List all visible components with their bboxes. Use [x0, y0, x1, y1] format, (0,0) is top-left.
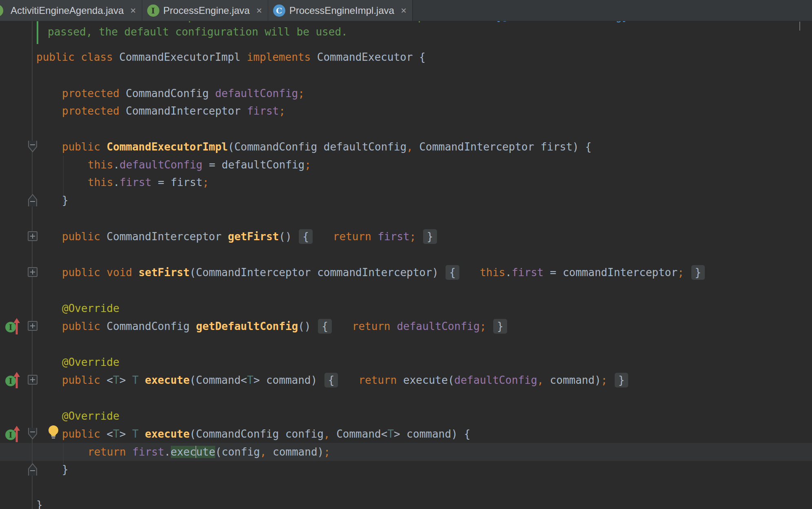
code-line: @Override: [62, 407, 119, 425]
code-line: this.defaultConfig = defaultConfig;: [88, 156, 311, 174]
class-file-icon: C: [273, 4, 285, 17]
fold-collapsed-icon[interactable]: [27, 373, 38, 387]
tab-bar-empty-space: [413, 0, 812, 21]
folded-region-brace[interactable]: }: [691, 265, 705, 280]
folded-region-brace[interactable]: {: [446, 265, 459, 280]
folded-region-brace[interactable]: {: [324, 373, 338, 387]
vcs-added-lines-marker: [37, 21, 38, 44]
svg-text:I: I: [9, 323, 12, 332]
editor-tab[interactable]: CProcessEngineImpl.java×: [268, 0, 413, 21]
code-line: protected CommandInterceptor first;: [62, 102, 285, 120]
fold-collapsed-icon[interactable]: [27, 266, 38, 279]
code-line: @Override: [62, 299, 119, 317]
folded-region-brace[interactable]: {: [318, 319, 332, 334]
tab-filename: ActivitiEngineAgenda.java: [11, 5, 124, 16]
code-line: public void setFirst(CommandInterceptor …: [62, 263, 706, 281]
tab-close-icon[interactable]: ×: [256, 6, 262, 15]
implements-method-gutter-icon[interactable]: I: [3, 317, 23, 335]
tab-close-icon[interactable]: ×: [401, 6, 406, 15]
code-line: public class CommandExecutorImpl impleme…: [36, 48, 426, 66]
code-line: }: [62, 460, 68, 478]
folded-region-brace[interactable]: }: [615, 373, 629, 387]
implements-method-gutter-icon[interactable]: I: [3, 425, 23, 443]
code-line: public CommandConfig getDefaultConfig() …: [62, 317, 508, 335]
tab-filename: ProcessEngineImpl.java: [289, 5, 394, 16]
code-line: protected CommandConfig defaultConfig;: [62, 84, 304, 102]
fold-expanded-top-icon[interactable]: [27, 140, 38, 154]
code-line: passed, the default configuration will b…: [48, 23, 348, 41]
code-line: public CommandExecutorImpl(CommandConfig…: [62, 138, 591, 156]
editor-tab-bar: IActivitiEngineAgenda.java×IProcessEngin…: [0, 0, 812, 21]
code-line: this.first = first;: [88, 173, 209, 191]
code-line: }: [36, 496, 43, 509]
code-line: public <T> T execute(Command<T> command)…: [62, 371, 629, 389]
fold-expanded-bottom-icon[interactable]: [27, 193, 38, 207]
tab-filename: ProcessEngine.java: [163, 5, 250, 16]
interface-file-icon: I: [0, 4, 3, 17]
ide-window: IActivitiEngineAgenda.java×IProcessEngin…: [0, 0, 812, 509]
tab-close-icon[interactable]: ×: [130, 6, 136, 15]
fold-collapsed-icon[interactable]: [27, 230, 38, 243]
code-line: public CommandInterceptor getFirst() {re…: [62, 228, 438, 246]
code-line: return first.execute(config, command);: [88, 443, 330, 461]
implements-method-gutter-icon[interactable]: I: [3, 371, 23, 389]
editor-tab[interactable]: IActivitiEngineAgenda.java×: [0, 0, 142, 21]
fold-expanded-bottom-icon[interactable]: [27, 463, 38, 476]
svg-text:I: I: [9, 431, 12, 439]
folded-region-brace[interactable]: }: [493, 319, 507, 334]
svg-text:I: I: [9, 377, 12, 385]
fold-expanded-top-icon[interactable]: [27, 427, 38, 441]
code-line: }: [62, 191, 68, 209]
code-line: @Override: [62, 353, 119, 371]
interface-file-icon: I: [147, 4, 159, 17]
editor-tab[interactable]: IProcessEngine.java×: [142, 0, 268, 21]
folded-region-brace[interactable]: }: [423, 229, 437, 244]
scrollbar-mark: [799, 22, 800, 31]
folded-region-brace[interactable]: {: [299, 229, 313, 244]
fold-collapsed-icon[interactable]: [27, 319, 38, 333]
intention-lightbulb-icon[interactable]: [46, 424, 61, 440]
code-line: public <T> T execute(CommandConfig confi…: [62, 425, 470, 443]
